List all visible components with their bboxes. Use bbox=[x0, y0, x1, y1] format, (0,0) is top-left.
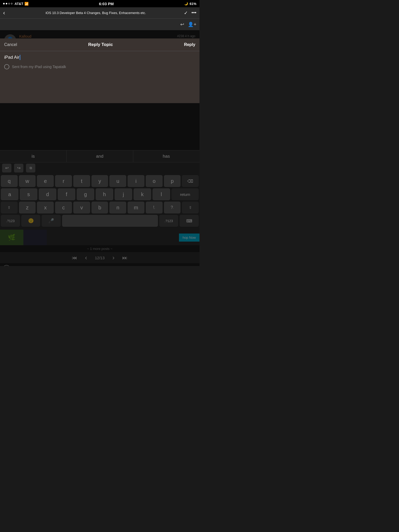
reply-action-icon[interactable]: ↩ bbox=[180, 22, 184, 27]
status-right: 🌙 61% bbox=[184, 2, 196, 6]
signal-dot-4 bbox=[11, 3, 12, 4]
status-left: AT&T 📶 bbox=[3, 2, 29, 6]
reply-dialog: ↩ 👤+ Cancel Reply Topic Reply iPad Air S… bbox=[0, 19, 200, 266]
nav-actions: ✓ ••• bbox=[184, 10, 196, 16]
battery-label: 61% bbox=[190, 2, 196, 6]
status-bar: AT&T 📶 6:03 PM 🌙 61% bbox=[0, 0, 200, 7]
moon-icon: 🌙 bbox=[184, 2, 188, 5]
carrier-label: AT&T bbox=[15, 2, 23, 6]
dialog-action-bar: ↩ 👤+ bbox=[0, 19, 200, 30]
more-icon[interactable]: ••• bbox=[191, 10, 196, 16]
check-icon[interactable]: ✓ bbox=[184, 10, 188, 16]
nav-title: iOS 10.3 Developer Beta 4 Changes, Bug F… bbox=[8, 11, 184, 15]
signal-dot-3 bbox=[8, 3, 10, 4]
cancel-button[interactable]: Cancel bbox=[4, 42, 17, 47]
dialog-title: Reply Topic bbox=[88, 42, 113, 47]
reply-button[interactable]: Reply bbox=[184, 42, 195, 47]
text-cursor bbox=[20, 55, 20, 60]
adduser-action-icon[interactable]: 👤+ bbox=[188, 22, 196, 27]
reply-text-field[interactable]: iPad Air bbox=[4, 55, 195, 60]
signature-row: Sent from my iPad using Tapatalk bbox=[4, 64, 195, 69]
dialog-box: Cancel Reply Topic Reply iPad Air Sent f… bbox=[0, 38, 200, 103]
dialog-header: Cancel Reply Topic Reply bbox=[0, 38, 200, 51]
status-time: 6:03 PM bbox=[99, 2, 114, 6]
dialog-content: iPad Air Sent from my iPad using Tapatal… bbox=[0, 51, 200, 103]
back-button[interactable]: ‹ bbox=[3, 10, 5, 16]
signal-dot-2 bbox=[6, 3, 7, 4]
signature-radio[interactable] bbox=[4, 64, 9, 69]
signature-text: Sent from my iPad using Tapatalk bbox=[12, 65, 66, 69]
reply-text-value: iPad Air bbox=[4, 55, 19, 60]
nav-bar: ‹ iOS 10.3 Developer Beta 4 Changes, Bug… bbox=[0, 7, 200, 19]
signal-dot-1 bbox=[3, 3, 5, 4]
wifi-icon: 📶 bbox=[24, 2, 29, 6]
